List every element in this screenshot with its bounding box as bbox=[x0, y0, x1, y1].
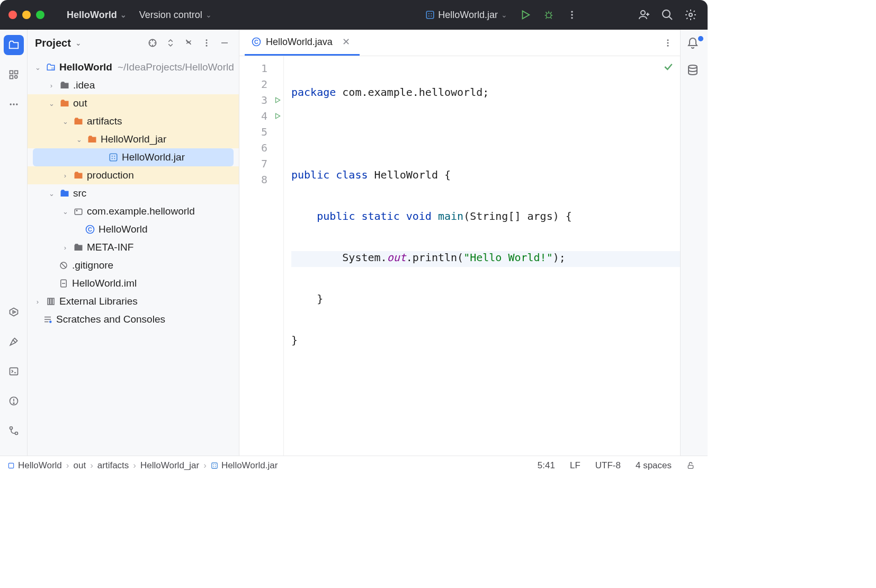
jar-icon bbox=[211, 462, 218, 469]
inspection-ok-icon[interactable] bbox=[663, 61, 674, 72]
structure-tool-button[interactable] bbox=[4, 65, 24, 85]
tree-label: HelloWorld.jar bbox=[122, 152, 185, 163]
tree-package[interactable]: ⌄ com.example.helloworld bbox=[28, 202, 239, 220]
tree-hwjar-file[interactable]: HelloWorld.jar bbox=[33, 148, 234, 166]
breadcrumb-separator: › bbox=[203, 460, 207, 471]
svg-point-22 bbox=[689, 13, 692, 16]
tree-out[interactable]: ⌄ out bbox=[28, 94, 239, 112]
sidebar-options-button[interactable] bbox=[200, 36, 213, 50]
tree-label: artifacts bbox=[87, 115, 122, 127]
file-encoding[interactable]: UTF-8 bbox=[590, 460, 626, 471]
svg-point-16 bbox=[571, 17, 573, 19]
svg-point-15 bbox=[571, 14, 573, 15]
tree-metainf[interactable]: › META-INF bbox=[28, 238, 239, 256]
tree-label: META-INF bbox=[87, 242, 133, 253]
project-dropdown[interactable]: HelloWorld ⌄ bbox=[64, 7, 130, 23]
breadcrumb-item[interactable]: artifacts bbox=[97, 460, 129, 471]
svg-point-82 bbox=[213, 466, 214, 467]
breadcrumb-item[interactable]: out bbox=[74, 460, 86, 471]
editor-options-button[interactable] bbox=[661, 36, 675, 50]
database-tool-button[interactable] bbox=[686, 64, 702, 79]
svg-rect-55 bbox=[75, 209, 82, 215]
search-everywhere-button[interactable] bbox=[659, 6, 676, 23]
expand-icon: › bbox=[60, 244, 70, 252]
editor-area: C HelloWorld.java ✕ 1 2 3 4 5 6 7 8 bbox=[239, 30, 708, 456]
gutter: 1 2 3 4 5 6 7 8 bbox=[239, 56, 284, 456]
code-with-me-button[interactable] bbox=[636, 6, 652, 23]
library-icon bbox=[46, 296, 56, 307]
tree-idea[interactable]: › .idea bbox=[28, 76, 239, 94]
module-icon bbox=[7, 462, 15, 469]
expand-icon: › bbox=[47, 82, 56, 90]
breadcrumb-separator: › bbox=[66, 460, 69, 471]
hide-sidebar-button[interactable] bbox=[218, 36, 231, 50]
run-config-dropdown[interactable]: HelloWorld.jar ⌄ bbox=[422, 7, 511, 23]
settings-button[interactable] bbox=[682, 6, 699, 23]
maximize-window[interactable] bbox=[36, 11, 44, 19]
tab-helloworld-java[interactable]: C HelloWorld.java ✕ bbox=[245, 30, 360, 56]
svg-line-11 bbox=[551, 12, 552, 14]
jar-icon bbox=[108, 152, 119, 163]
svg-point-20 bbox=[663, 10, 670, 17]
project-tool-button[interactable] bbox=[4, 35, 24, 55]
run-line-icon[interactable] bbox=[274, 112, 281, 120]
line-separator[interactable]: LF bbox=[565, 460, 586, 471]
tree-hwjar-folder[interactable]: ⌄ HelloWorld_jar bbox=[28, 130, 239, 148]
run-line-icon[interactable] bbox=[274, 96, 281, 104]
problems-tool-button[interactable] bbox=[4, 391, 24, 411]
tree-scratches[interactable]: Scratches and Consoles bbox=[28, 310, 239, 328]
folder-icon bbox=[73, 242, 84, 253]
terminal-tool-button[interactable] bbox=[4, 361, 24, 381]
tree-label: out bbox=[73, 97, 87, 109]
debug-button[interactable] bbox=[540, 6, 557, 23]
package-icon bbox=[73, 206, 84, 217]
svg-point-36 bbox=[13, 403, 14, 404]
tree-src[interactable]: ⌄ src bbox=[28, 184, 239, 202]
services-tool-button[interactable] bbox=[4, 302, 24, 322]
more-actions-button[interactable] bbox=[564, 6, 580, 23]
scratches-icon bbox=[42, 314, 53, 325]
tree-artifacts[interactable]: ⌄ artifacts bbox=[28, 112, 239, 130]
breadcrumb-item[interactable]: HelloWorld_jar bbox=[140, 460, 199, 471]
svg-point-56 bbox=[76, 210, 77, 211]
tree-production[interactable]: › production bbox=[28, 166, 239, 184]
tab-label: HelloWorld.java bbox=[266, 37, 333, 48]
vcs-dropdown[interactable]: Version control ⌄ bbox=[136, 7, 215, 23]
notifications-button[interactable] bbox=[686, 37, 702, 53]
tree-class[interactable]: C HelloWorld bbox=[28, 220, 239, 238]
breadcrumb-item[interactable]: HelloWorld bbox=[7, 460, 62, 471]
ignore-icon bbox=[58, 260, 69, 271]
chevron-down-icon[interactable]: ⌄ bbox=[75, 39, 82, 47]
tree-iml[interactable]: HelloWorld.iml bbox=[28, 274, 239, 292]
close-window[interactable] bbox=[8, 11, 17, 19]
svg-point-29 bbox=[16, 103, 17, 105]
vcs-tool-button[interactable] bbox=[4, 421, 24, 441]
minimize-window[interactable] bbox=[22, 11, 31, 19]
indent-setting[interactable]: 4 spaces bbox=[630, 460, 677, 471]
run-button[interactable] bbox=[517, 6, 534, 23]
folder-icon bbox=[73, 116, 84, 127]
tree-root[interactable]: ⌄ HelloWorld ~/IdeaProjects/HelloWorld bbox=[28, 58, 239, 76]
select-opened-file-button[interactable] bbox=[146, 36, 159, 50]
svg-marker-76 bbox=[276, 113, 280, 118]
code-editor[interactable]: 1 2 3 4 5 6 7 8 package com.example.hell… bbox=[239, 56, 680, 456]
svg-point-4 bbox=[431, 15, 432, 16]
breadcrumb-item[interactable]: HelloWorld.jar bbox=[211, 460, 278, 471]
close-tab-button[interactable]: ✕ bbox=[339, 36, 353, 48]
crumb-label: HelloWorld bbox=[18, 460, 62, 471]
run-config-label: HelloWorld.jar bbox=[438, 10, 498, 21]
crumb-label: HelloWorld.jar bbox=[221, 460, 278, 471]
build-tool-button[interactable] bbox=[4, 332, 24, 352]
readonly-toggle[interactable] bbox=[681, 461, 700, 470]
breadcrumb-separator: › bbox=[133, 460, 136, 471]
collapse-all-button[interactable] bbox=[182, 36, 195, 50]
more-tools-button[interactable] bbox=[4, 94, 24, 114]
tree-gitignore[interactable]: .gitignore bbox=[28, 256, 239, 274]
line-number: 8 bbox=[239, 172, 283, 188]
tree-external-libs[interactable]: › External Libraries bbox=[28, 292, 239, 310]
expand-icon: ⌄ bbox=[60, 208, 70, 216]
code-body[interactable]: package com.example.helloworld; public c… bbox=[284, 56, 680, 456]
expand-collapse-button[interactable] bbox=[164, 36, 177, 50]
svg-rect-23 bbox=[10, 71, 13, 74]
cursor-position[interactable]: 5:41 bbox=[532, 460, 560, 471]
